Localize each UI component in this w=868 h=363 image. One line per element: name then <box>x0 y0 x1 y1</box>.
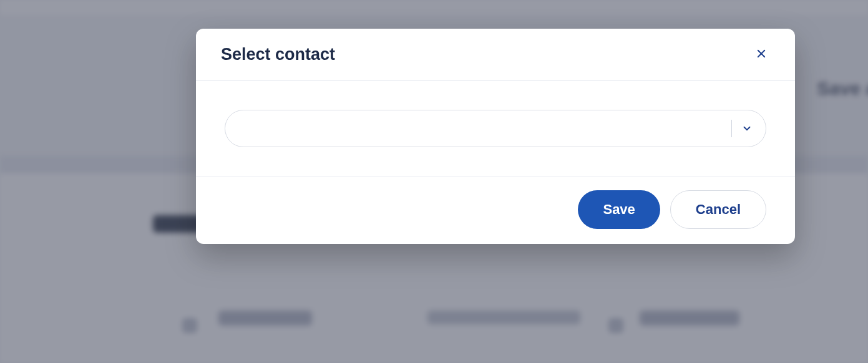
save-button[interactable]: Save <box>578 190 660 229</box>
contact-select[interactable] <box>225 110 766 147</box>
contact-select-input[interactable] <box>243 122 731 135</box>
chevron-down-icon[interactable] <box>741 122 753 135</box>
select-contact-modal: Select contact Save Cancel <box>196 29 795 244</box>
close-button[interactable] <box>753 46 770 64</box>
modal-header: Select contact <box>196 29 795 81</box>
close-icon <box>756 48 767 61</box>
select-divider <box>731 120 732 137</box>
modal-body <box>196 81 795 177</box>
modal-footer: Save Cancel <box>196 177 795 244</box>
cancel-button[interactable]: Cancel <box>670 190 766 229</box>
modal-title: Select contact <box>221 45 335 64</box>
